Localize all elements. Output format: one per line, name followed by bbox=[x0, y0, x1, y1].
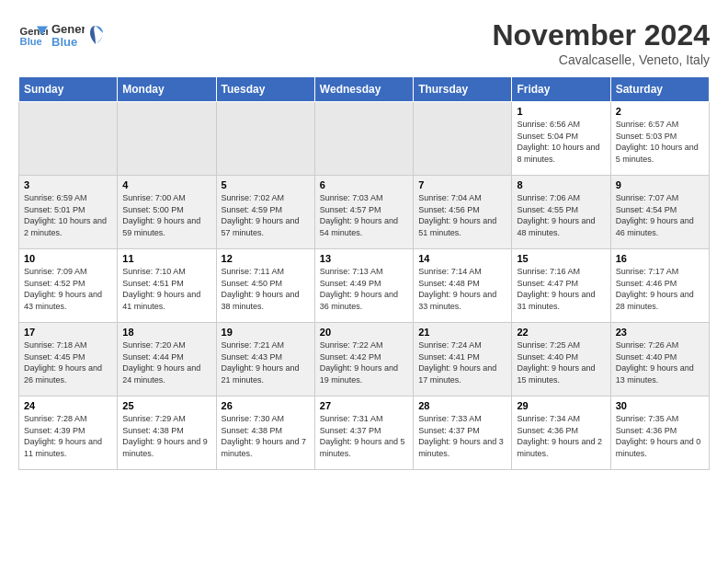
day-number: 5 bbox=[222, 179, 310, 190]
day-number: 21 bbox=[418, 327, 506, 338]
day-number: 12 bbox=[222, 253, 310, 264]
day-info: Sunrise: 7:31 AMSunset: 4:37 PMDaylight:… bbox=[320, 413, 408, 459]
calendar-day-cell: 19Sunrise: 7:21 AMSunset: 4:43 PMDayligh… bbox=[216, 323, 314, 396]
calendar-day-cell: 7Sunrise: 7:04 AMSunset: 4:56 PMDaylight… bbox=[414, 176, 512, 249]
calendar-day-cell: 17Sunrise: 7:18 AMSunset: 4:45 PMDayligh… bbox=[19, 323, 118, 396]
day-info: Sunrise: 7:21 AMSunset: 4:43 PMDaylight:… bbox=[222, 339, 310, 385]
day-info: Sunrise: 7:09 AMSunset: 4:52 PMDaylight:… bbox=[24, 266, 112, 312]
calendar-day-cell: 20Sunrise: 7:22 AMSunset: 4:42 PMDayligh… bbox=[314, 323, 413, 396]
day-number: 25 bbox=[122, 400, 210, 411]
calendar-header-friday: Friday bbox=[512, 77, 610, 102]
day-info: Sunrise: 7:14 AMSunset: 4:48 PMDaylight:… bbox=[418, 266, 506, 312]
calendar-day-cell: 18Sunrise: 7:20 AMSunset: 4:44 PMDayligh… bbox=[118, 323, 216, 396]
calendar-day-cell: 10Sunrise: 7:09 AMSunset: 4:52 PMDayligh… bbox=[19, 249, 118, 323]
day-number: 20 bbox=[320, 327, 408, 338]
day-number: 22 bbox=[517, 327, 605, 338]
day-info: Sunrise: 7:29 AMSunset: 4:38 PMDaylight:… bbox=[122, 413, 210, 459]
day-info: Sunrise: 7:35 AMSunset: 4:36 PMDaylight:… bbox=[616, 413, 704, 459]
day-info: Sunrise: 7:28 AMSunset: 4:39 PMDaylight:… bbox=[24, 413, 112, 459]
calendar-day-cell: 3Sunrise: 6:59 AMSunset: 5:01 PMDaylight… bbox=[19, 176, 118, 249]
day-number: 18 bbox=[122, 327, 210, 338]
calendar-day-cell: 23Sunrise: 7:26 AMSunset: 4:40 PMDayligh… bbox=[610, 323, 709, 396]
logo-icon: General Blue bbox=[18, 20, 48, 50]
day-info: Sunrise: 7:03 AMSunset: 4:57 PMDaylight:… bbox=[320, 192, 408, 238]
day-number: 27 bbox=[320, 400, 408, 411]
day-number: 9 bbox=[616, 179, 704, 190]
day-info: Sunrise: 7:10 AMSunset: 4:51 PMDaylight:… bbox=[122, 266, 210, 312]
calendar-day-cell: 6Sunrise: 7:03 AMSunset: 4:57 PMDaylight… bbox=[314, 176, 413, 249]
day-info: Sunrise: 7:25 AMSunset: 4:40 PMDaylight:… bbox=[517, 339, 605, 385]
day-number: 10 bbox=[24, 253, 112, 264]
calendar-day-cell: 22Sunrise: 7:25 AMSunset: 4:40 PMDayligh… bbox=[512, 323, 610, 396]
day-number: 4 bbox=[122, 179, 210, 190]
day-number: 6 bbox=[320, 179, 408, 190]
calendar-day-cell: 2Sunrise: 6:57 AMSunset: 5:03 PMDaylight… bbox=[610, 102, 709, 176]
title-area: November 2024 Cavalcaselle, Veneto, Ital… bbox=[492, 18, 710, 67]
page-header: General Blue General Blue November 2024 … bbox=[18, 18, 710, 67]
calendar-day-cell bbox=[414, 102, 512, 176]
day-number: 23 bbox=[616, 327, 704, 338]
bird-shape-icon bbox=[86, 24, 105, 46]
day-info: Sunrise: 7:24 AMSunset: 4:41 PMDaylight:… bbox=[418, 339, 506, 385]
day-number: 29 bbox=[517, 400, 605, 411]
day-info: Sunrise: 7:11 AMSunset: 4:50 PMDaylight:… bbox=[222, 266, 310, 312]
calendar-week-row: 10Sunrise: 7:09 AMSunset: 4:52 PMDayligh… bbox=[19, 249, 710, 323]
calendar-week-row: 1Sunrise: 6:56 AMSunset: 5:04 PMDaylight… bbox=[19, 102, 710, 176]
month-title: November 2024 bbox=[492, 18, 710, 52]
day-number: 26 bbox=[222, 400, 310, 411]
day-number: 15 bbox=[517, 253, 605, 264]
calendar-header-wednesday: Wednesday bbox=[314, 77, 413, 102]
day-number: 30 bbox=[616, 400, 704, 411]
day-number: 8 bbox=[517, 179, 605, 190]
calendar-day-cell: 30Sunrise: 7:35 AMSunset: 4:36 PMDayligh… bbox=[610, 396, 709, 470]
day-info: Sunrise: 7:33 AMSunset: 4:37 PMDaylight:… bbox=[418, 413, 506, 459]
day-number: 28 bbox=[418, 400, 506, 411]
calendar-day-cell: 4Sunrise: 7:00 AMSunset: 5:00 PMDaylight… bbox=[118, 176, 216, 249]
location: Cavalcaselle, Veneto, Italy bbox=[492, 52, 710, 67]
day-info: Sunrise: 7:00 AMSunset: 5:00 PMDaylight:… bbox=[122, 192, 210, 238]
calendar-table: SundayMondayTuesdayWednesdayThursdayFrid… bbox=[18, 76, 710, 470]
calendar-day-cell: 26Sunrise: 7:30 AMSunset: 4:38 PMDayligh… bbox=[216, 396, 314, 470]
calendar-day-cell: 27Sunrise: 7:31 AMSunset: 4:37 PMDayligh… bbox=[314, 396, 413, 470]
calendar-day-cell: 16Sunrise: 7:17 AMSunset: 4:46 PMDayligh… bbox=[610, 249, 709, 323]
calendar-day-cell: 28Sunrise: 7:33 AMSunset: 4:37 PMDayligh… bbox=[414, 396, 512, 470]
day-number: 17 bbox=[24, 327, 112, 338]
day-info: Sunrise: 6:59 AMSunset: 5:01 PMDaylight:… bbox=[24, 192, 112, 238]
calendar-day-cell bbox=[19, 102, 118, 176]
svg-text:Blue: Blue bbox=[51, 35, 77, 49]
calendar-day-cell: 12Sunrise: 7:11 AMSunset: 4:50 PMDayligh… bbox=[216, 249, 314, 323]
calendar-day-cell: 8Sunrise: 7:06 AMSunset: 4:55 PMDaylight… bbox=[512, 176, 610, 249]
day-info: Sunrise: 7:16 AMSunset: 4:47 PMDaylight:… bbox=[517, 266, 605, 312]
day-info: Sunrise: 7:02 AMSunset: 4:59 PMDaylight:… bbox=[222, 192, 310, 238]
logo: General Blue General Blue bbox=[18, 18, 105, 52]
calendar-day-cell: 21Sunrise: 7:24 AMSunset: 4:41 PMDayligh… bbox=[414, 323, 512, 396]
day-info: Sunrise: 7:18 AMSunset: 4:45 PMDaylight:… bbox=[24, 339, 112, 385]
day-info: Sunrise: 7:20 AMSunset: 4:44 PMDaylight:… bbox=[122, 339, 210, 385]
calendar-header-monday: Monday bbox=[118, 77, 216, 102]
calendar-day-cell: 29Sunrise: 7:34 AMSunset: 4:36 PMDayligh… bbox=[512, 396, 610, 470]
calendar-day-cell bbox=[216, 102, 314, 176]
day-info: Sunrise: 7:13 AMSunset: 4:49 PMDaylight:… bbox=[320, 266, 408, 312]
svg-text:General: General bbox=[51, 22, 85, 36]
day-number: 24 bbox=[24, 400, 112, 411]
day-info: Sunrise: 7:04 AMSunset: 4:56 PMDaylight:… bbox=[418, 192, 506, 238]
calendar-week-row: 17Sunrise: 7:18 AMSunset: 4:45 PMDayligh… bbox=[19, 323, 710, 396]
calendar-day-cell bbox=[314, 102, 413, 176]
calendar-header-tuesday: Tuesday bbox=[216, 77, 314, 102]
calendar-day-cell: 13Sunrise: 7:13 AMSunset: 4:49 PMDayligh… bbox=[314, 249, 413, 323]
calendar-day-cell: 24Sunrise: 7:28 AMSunset: 4:39 PMDayligh… bbox=[19, 396, 118, 470]
day-info: Sunrise: 7:22 AMSunset: 4:42 PMDaylight:… bbox=[320, 339, 408, 385]
day-info: Sunrise: 7:30 AMSunset: 4:38 PMDaylight:… bbox=[222, 413, 310, 459]
calendar-header-thursday: Thursday bbox=[414, 77, 512, 102]
day-number: 16 bbox=[616, 253, 704, 264]
calendar-week-row: 24Sunrise: 7:28 AMSunset: 4:39 PMDayligh… bbox=[19, 396, 710, 470]
day-number: 3 bbox=[24, 179, 112, 190]
day-number: 7 bbox=[418, 179, 506, 190]
logo-bird-icon: General Blue bbox=[51, 18, 85, 52]
calendar-day-cell: 1Sunrise: 6:56 AMSunset: 5:04 PMDaylight… bbox=[512, 102, 610, 176]
day-info: Sunrise: 6:57 AMSunset: 5:03 PMDaylight:… bbox=[616, 119, 704, 165]
day-info: Sunrise: 7:26 AMSunset: 4:40 PMDaylight:… bbox=[616, 339, 704, 385]
calendar-day-cell: 5Sunrise: 7:02 AMSunset: 4:59 PMDaylight… bbox=[216, 176, 314, 249]
calendar-header-row: SundayMondayTuesdayWednesdayThursdayFrid… bbox=[19, 77, 710, 102]
day-info: Sunrise: 6:56 AMSunset: 5:04 PMDaylight:… bbox=[517, 119, 605, 165]
